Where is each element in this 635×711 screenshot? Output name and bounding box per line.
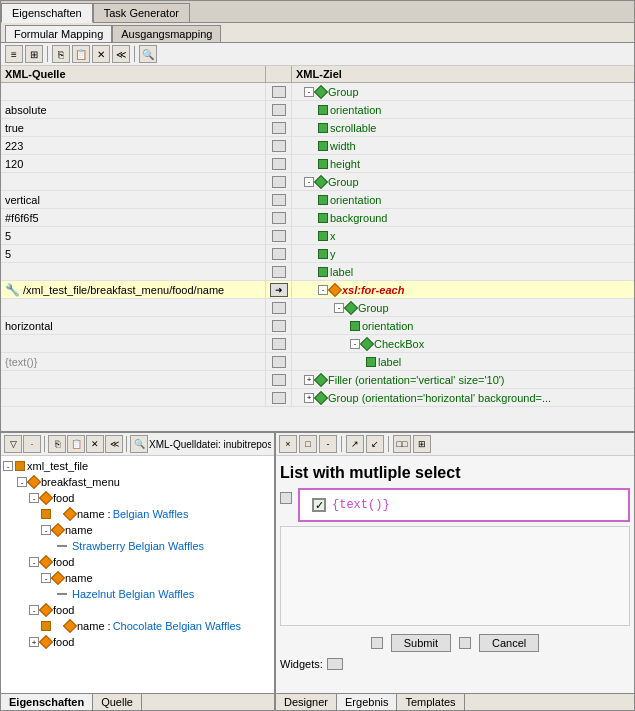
row-source [1,389,266,406]
source-value: vertical [5,194,40,206]
preview-content: List with mutliple select ✓ {text()} [276,456,634,693]
toolbar-paste-btn[interactable]: 📋 [72,45,90,63]
cancel-button[interactable]: Cancel [479,634,539,652]
attr-icon [318,249,328,259]
toolbar-delete-btn[interactable]: ✕ [92,45,110,63]
toolbar-copy-btn[interactable]: ⎘ [52,45,70,63]
node-label: Group [328,86,359,98]
node-label: y [330,248,336,260]
row-mid [266,245,292,262]
element-icon [39,635,53,649]
tree-btn-1[interactable]: ▽ [4,435,22,453]
tree-sep-1 [44,436,45,452]
toolbar-search-btn[interactable]: 🔍 [139,45,157,63]
map-arrow-btn[interactable]: ➜ [270,283,288,297]
tree-btn-5[interactable]: ✕ [86,435,104,453]
expand-icon[interactable]: - [41,573,51,583]
scroll-box [280,492,292,504]
node-label: height [330,158,360,170]
expand-icon[interactable]: - [29,557,39,567]
tab-task-generator[interactable]: Task Generator [93,3,190,22]
node-label: x [330,230,336,242]
preview-grid-btn[interactable]: ⊞ [413,435,431,453]
mid-indicator [272,176,286,188]
expand-icon[interactable]: - [17,477,27,487]
preview-split-btn[interactable]: □□ [393,435,411,453]
tree-btn-4[interactable]: 📋 [67,435,85,453]
expand-icon[interactable]: - [29,493,39,503]
tree-btn-2[interactable]: · [23,435,41,453]
tree-btn-3[interactable]: ⎘ [48,435,66,453]
node-label: label [378,356,401,368]
checkbox-input[interactable]: ✓ [312,498,326,512]
list-item: - food [3,490,272,506]
submit-button[interactable]: Submit [391,634,451,652]
table-row: label [1,263,634,281]
list-item: - xml_test_file [3,458,272,474]
preview-btn-sw[interactable]: ↙ [366,435,384,453]
row-source: {text()} [1,353,266,370]
node-label: xsl:for-each [342,284,404,296]
tab-templates[interactable]: Templates [397,694,464,710]
row-source: horizontal [1,317,266,334]
node-value: Strawberry Belgian Waffles [72,540,204,552]
tree-node: - Group [296,175,359,189]
row-mid [266,173,292,190]
table-row: vertical orientation [1,191,634,209]
toolbar-menu-btn[interactable]: ≡ [5,45,23,63]
tree-node: + Group (orientation='horizontal' backgr… [296,391,551,405]
tab-ausgangsmapping[interactable]: Ausgangsmapping [112,25,221,42]
tree-sep-2 [126,436,127,452]
tree-node: name : Belgian Waffles [3,507,272,521]
node-label: name : [77,508,111,520]
expand-icon[interactable]: - [3,461,13,471]
widget-icon [327,658,343,670]
expand-icon[interactable]: - [29,605,39,615]
tree-node: orientation [296,319,413,333]
node-label: food [53,636,74,648]
attr-icon [318,159,328,169]
row-mid: ➜ [266,281,292,298]
widgets-row: Widgets: [280,656,630,672]
tree-btn-6[interactable]: ≪ [105,435,123,453]
source-value: 5 [5,248,11,260]
tab-designer[interactable]: Designer [276,694,337,710]
preview-max-btn[interactable]: □ [299,435,317,453]
preview-sep [341,436,342,452]
expand-icon[interactable]: + [29,637,39,647]
preview-form-buttons: Submit Cancel [280,630,630,656]
row-source: 223 [1,137,266,154]
expand-icon[interactable]: - [41,525,51,535]
form-scroll-box [371,637,383,649]
toolbar-grid-btn[interactable]: ⊞ [25,45,43,63]
tab-formular-mapping[interactable]: Formular Mapping [5,25,112,42]
table-row: {text()} label [1,353,634,371]
leaf-icon [57,593,67,595]
mid-indicator [272,248,286,260]
preview-min-btn[interactable]: - [319,435,337,453]
tab-eigenschaften[interactable]: Eigenschaften [1,3,93,23]
tab-ergebnis[interactable]: Ergebnis [337,694,397,710]
list-item: name : Belgian Waffles [3,506,272,522]
leaf-icon [57,545,67,547]
mapping-toolbar: ≡ ⊞ ⎘ 📋 ✕ ≪ 🔍 [1,43,634,66]
table-row: horizontal orientation [1,317,634,335]
toolbar-xml-btn[interactable]: ≪ [112,45,130,63]
node-label: Filler (orientation='vertical' size='10'… [328,374,505,386]
tree-search-btn[interactable]: 🔍 [130,435,148,453]
mid-indicator [272,302,286,314]
preview-btn-ne[interactable]: ↗ [346,435,364,453]
tree-node: orientation [296,193,381,207]
node-label: background [330,212,388,224]
tab-quelle[interactable]: Quelle [93,694,142,710]
node-label: food [53,556,74,568]
row-mid [266,353,292,370]
node-label: name : [77,620,111,632]
tab-eigenschaften-bottom[interactable]: Eigenschaften [1,694,93,710]
mapping-header: XML-Quelle XML-Ziel [1,66,634,83]
source-value: 120 [5,158,23,170]
node-label: food [53,492,74,504]
preview-close-btn[interactable]: × [279,435,297,453]
row-target: y [292,245,634,262]
row-target: + Filler (orientation='vertical' size='1… [292,371,634,388]
